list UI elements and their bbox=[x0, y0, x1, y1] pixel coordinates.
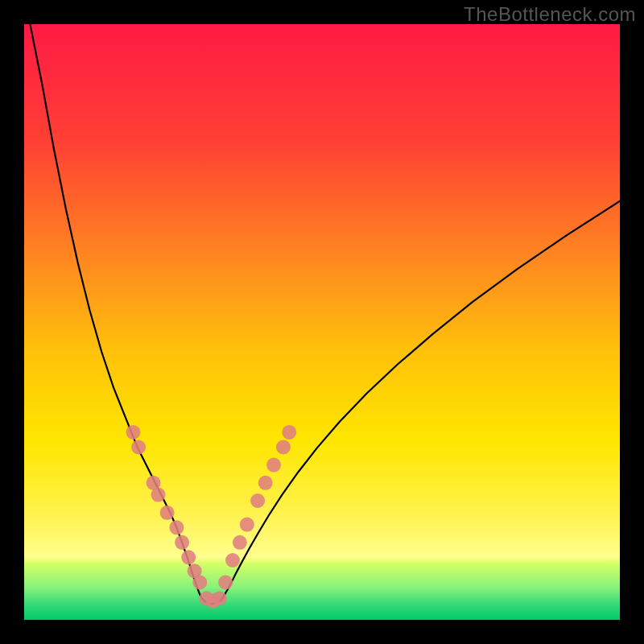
marker-left-dots-6 bbox=[175, 535, 189, 550]
watermark-text: TheBottleneck.com bbox=[464, 3, 636, 26]
marker-right-dots-6 bbox=[266, 458, 281, 473]
marker-left-dots-0 bbox=[126, 425, 140, 440]
plot-area bbox=[24, 24, 620, 620]
marker-trough-dots-2 bbox=[213, 591, 227, 605]
marker-right-dots-7 bbox=[276, 440, 291, 454]
marker-left-dots-5 bbox=[169, 520, 184, 535]
marker-left-dots-4 bbox=[160, 506, 175, 520]
gradient-background bbox=[24, 24, 620, 620]
chart-stage: TheBottleneck.com bbox=[0, 0, 644, 644]
marker-right-dots-4 bbox=[250, 493, 265, 508]
marker-right-dots-0 bbox=[218, 575, 233, 589]
marker-left-dots-9 bbox=[192, 575, 207, 589]
marker-right-dots-3 bbox=[240, 518, 254, 532]
marker-right-dots-2 bbox=[233, 535, 247, 550]
marker-right-dots-8 bbox=[282, 425, 296, 440]
marker-right-dots-1 bbox=[225, 553, 240, 568]
marker-left-dots-3 bbox=[151, 488, 166, 502]
marker-left-dots-1 bbox=[131, 440, 146, 454]
chart-svg bbox=[24, 24, 620, 620]
marker-right-dots-5 bbox=[258, 476, 273, 490]
marker-left-dots-7 bbox=[181, 550, 196, 564]
